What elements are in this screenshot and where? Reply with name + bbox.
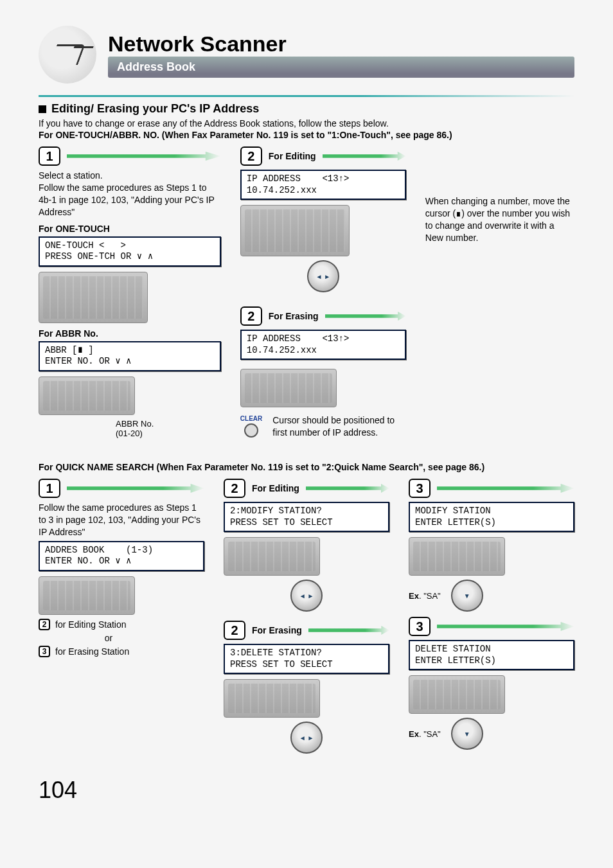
step2-editing-label: For Editing [269,151,316,161]
or-text: or [105,633,112,643]
abbr-lcd: ABBR [∎ ] ENTER NO. OR ∨ ∧ [39,341,221,371]
badge-2-icon: 2 [39,619,50,630]
step2-edit-sidetext: When changing a number, move the cursor … [425,195,574,244]
badge-3-icon: 3 [39,646,50,657]
keypad-illustration [409,675,505,714]
ex-prefix: Ex [409,591,419,601]
editing-station-label: for Editing Station [55,619,127,630]
section-note-2: For QUICK NAME SEARCH (When Fax Paramete… [39,462,574,472]
f2-step2-erase-label: For Erasing [252,625,302,635]
page-title: Network Scanner [108,31,574,57]
flow-arrow [437,484,574,493]
f2-step2-edit-lcd: 2:MODIFY STATION? PRESS SET TO SELECT [224,502,389,532]
bullet-icon [39,105,46,113]
flow-arrow [325,312,406,321]
flow-arrow [437,622,574,631]
ex-text: . "SA" [419,591,441,601]
f2-step1-text: Follow the same procedures as Steps 1 to… [39,502,204,538]
step2-erasing-label: For Erasing [269,311,319,321]
flow-arrow [67,484,204,493]
section-heading: Editing/ Erasing your PC's IP Address [39,102,574,116]
keypad-illustration [39,576,135,615]
step-badge-3b-erase: 3 [409,617,431,636]
nav-disc-icon: ◄ ► [290,580,323,612]
section-note-1: For ONE-TOUCH/ABBR. NO. (When Fax Parame… [39,130,574,140]
divider [39,95,574,97]
f2-step2-edit-label: For Editing [252,483,299,493]
ex-text-2: . "SA" [419,729,441,739]
nav-disc-icon: ◄ ► [307,260,339,292]
flow-arrow [308,626,389,635]
f2-step3-erase-lcd: DELETE STATION ENTER LETTER(S) [409,640,574,670]
step-badge-2-erase: 2 [240,306,262,326]
erasing-station-label: for Erasing Station [55,646,129,657]
keypad-illustration [224,679,320,718]
step-badge-1: 1 [39,146,60,166]
step-badge-1b: 1 [39,479,60,498]
step2-erase-sidetext: Cursor should be positioned to first num… [272,414,406,439]
onetouch-label: For ONE-TOUCH [39,224,221,234]
scanner-icon [39,26,96,84]
intro-text: If you have to change or erase any of th… [39,118,574,128]
nav-disc-icon: ▼ [451,718,483,750]
flow-arrow [67,152,221,161]
nav-disc-icon: ▼ [451,580,483,612]
keypad-illustration [240,205,350,256]
step-badge-3b-edit: 3 [409,479,431,498]
abbr-caption: ABBR No. (01-20) [116,419,221,438]
step2-erase-lcd: IP ADDRESS <13↑> 10.74.252.xxx [240,330,406,360]
ex-prefix-2: Ex [409,729,419,739]
page-number: 104 [39,777,574,804]
page-subtitle: Address Book [108,57,574,78]
flow-arrow [323,152,406,161]
f2-step3-edit-lcd: MODIFY STATION ENTER LETTER(S) [409,502,574,532]
clear-label: CLEAR [240,415,262,422]
f2-step1-lcd: ADDRES BOOK (1-3) ENTER NO. OR ∨ ∧ [39,541,204,571]
onetouch-lcd: ONE-TOUCH < > PRESS ONE-TCH OR ∨ ∧ [39,236,221,267]
keypad-illustration [39,272,148,323]
keypad-illustration [39,376,135,415]
keypad-illustration [409,537,505,576]
step-badge-2b-edit: 2 [224,479,245,498]
clear-button-icon: CLEAR [240,415,262,438]
section-heading-text: Editing/ Erasing your PC's IP Address [51,102,259,116]
step1-text: Select a station. Follow the same proced… [39,170,221,218]
f2-step2-erase-lcd: 3:DELETE STATION? PRESS SET TO SELECT [224,644,389,674]
step2-edit-lcd: IP ADDRESS <13↑> 10.74.252.xxx [240,170,406,200]
keypad-illustration [224,537,320,576]
abbr-label: For ABBR No. [39,328,221,339]
page-header: Network Scanner Address Book [39,26,574,84]
flow-arrow [306,484,389,493]
keypad-illustration [240,369,337,407]
step-badge-2b-erase: 2 [224,621,245,640]
step-badge-2-edit: 2 [240,146,262,166]
nav-disc-icon: ◄ ► [290,722,323,754]
